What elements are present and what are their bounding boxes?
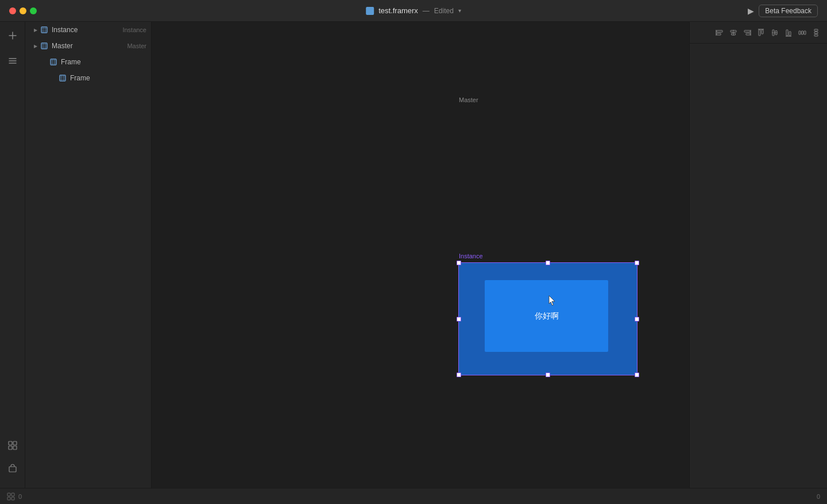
layer-name-frame1: Frame xyxy=(61,58,146,66)
maximize-button[interactable] xyxy=(30,7,37,14)
components-icon[interactable] xyxy=(5,437,21,453)
svg-rect-6 xyxy=(41,43,47,49)
svg-rect-18 xyxy=(759,30,760,36)
align-left-icon[interactable] xyxy=(713,26,726,39)
align-middle-v-icon[interactable] xyxy=(768,26,781,39)
handle-bl[interactable] xyxy=(457,373,461,377)
svg-rect-25 xyxy=(789,32,791,36)
play-icon: ▶ xyxy=(748,6,754,15)
file-title: test.framerx xyxy=(378,6,418,15)
layer-item-master[interactable]: ▶ Master Master xyxy=(25,38,151,54)
master-frame-label: Master xyxy=(459,96,478,103)
frame-icon-2 xyxy=(59,74,67,82)
main-layout: ▶ Instance Instance ▶ Master Master xyxy=(0,22,827,488)
canvas-area[interactable]: Master 你好啊 Instance xyxy=(152,22,689,488)
layer-item-frame2[interactable]: Frame xyxy=(34,70,151,86)
titlebar-left xyxy=(9,7,37,14)
svg-rect-4 xyxy=(9,467,16,472)
layer-item-instance[interactable]: ▶ Instance Instance xyxy=(25,22,151,38)
instance-frame-label: Instance xyxy=(459,253,483,259)
instance-inner-frame: 你好啊 xyxy=(485,280,608,352)
svg-rect-3 xyxy=(13,446,17,449)
arrow-icon-frame2 xyxy=(51,75,57,82)
statusbar: 0 0 xyxy=(0,488,827,504)
svg-rect-30 xyxy=(814,29,818,31)
handle-br[interactable] xyxy=(635,373,639,377)
statusbar-left: 0 xyxy=(7,493,22,501)
statusbar-right: 0 xyxy=(817,493,820,500)
icon-sidebar-bottom xyxy=(5,437,21,482)
svg-rect-34 xyxy=(11,493,14,496)
statusbar-zoom: 0 xyxy=(817,493,820,500)
layer-type-instance: Instance xyxy=(122,26,146,33)
align-right-icon[interactable] xyxy=(741,26,753,39)
handle-ml[interactable] xyxy=(457,317,461,321)
instance-frame[interactable]: 你好啊 xyxy=(459,263,637,375)
right-panel-toolbar xyxy=(690,22,827,44)
align-bottom-icon[interactable] xyxy=(782,26,795,39)
svg-rect-2 xyxy=(9,446,12,449)
file-icon xyxy=(366,7,374,15)
right-panel xyxy=(689,22,827,488)
svg-rect-28 xyxy=(804,31,806,34)
svg-rect-31 xyxy=(814,34,818,36)
handle-tm[interactable] xyxy=(546,261,550,265)
assets-icon[interactable] xyxy=(5,460,21,476)
beta-feedback-button[interactable]: Beta Feedback xyxy=(759,5,818,17)
frame-icon-master xyxy=(40,42,48,50)
svg-rect-5 xyxy=(41,27,47,33)
distribute-h-icon[interactable] xyxy=(796,26,809,39)
handle-tr[interactable] xyxy=(635,261,639,265)
svg-rect-27 xyxy=(799,31,801,34)
svg-rect-29 xyxy=(802,31,803,34)
svg-rect-16 xyxy=(746,33,750,35)
svg-rect-9 xyxy=(717,30,722,32)
layers-icon[interactable] xyxy=(5,53,21,69)
master-frame-container: Master 你好啊 xyxy=(459,107,637,219)
layer-name-frame2: Frame xyxy=(70,74,146,82)
svg-rect-36 xyxy=(11,497,14,500)
icon-sidebar xyxy=(0,22,25,488)
svg-rect-24 xyxy=(786,30,788,36)
statusbar-count: 0 xyxy=(18,493,22,500)
layer-name-master: Master xyxy=(52,42,127,50)
arrow-icon: ▶ xyxy=(32,26,39,33)
add-button[interactable] xyxy=(5,28,21,44)
svg-rect-32 xyxy=(814,32,818,33)
play-button[interactable]: ▶ xyxy=(748,6,754,15)
svg-rect-10 xyxy=(717,33,721,35)
svg-rect-35 xyxy=(7,497,10,500)
handle-mr[interactable] xyxy=(635,317,639,321)
instance-text: 你好啊 xyxy=(535,311,559,321)
align-top-icon[interactable] xyxy=(755,26,767,39)
arrow-icon-master: ▶ xyxy=(32,42,39,49)
svg-rect-8 xyxy=(60,75,65,81)
svg-rect-0 xyxy=(9,441,12,445)
handle-tl[interactable] xyxy=(457,261,461,265)
chevron-down-icon[interactable]: ▾ xyxy=(458,7,461,14)
layer-item-frame1[interactable]: Frame xyxy=(34,54,151,70)
svg-rect-19 xyxy=(762,30,763,34)
close-button[interactable] xyxy=(9,7,16,14)
svg-rect-1 xyxy=(13,441,17,445)
titlebar: test.framerx — Edited ▾ ▶ Beta Feedback xyxy=(0,0,827,22)
svg-rect-7 xyxy=(51,59,56,65)
minimize-button[interactable] xyxy=(20,7,26,14)
titlebar-right: ▶ Beta Feedback xyxy=(748,5,818,17)
distribute-v-icon[interactable] xyxy=(810,26,822,39)
edited-separator: — xyxy=(423,7,430,15)
layer-name-instance: Instance xyxy=(52,26,122,34)
handle-bm[interactable] xyxy=(546,373,550,377)
layers-panel: ▶ Instance Instance ▶ Master Master xyxy=(25,22,152,488)
arrow-icon-frame1 xyxy=(41,59,48,65)
instance-frame-container: Instance 你好啊 xyxy=(459,263,637,375)
frame-icon xyxy=(40,26,48,34)
grid-icon xyxy=(7,493,15,501)
edited-label: Edited xyxy=(434,7,454,15)
svg-rect-15 xyxy=(744,30,750,32)
align-center-h-icon[interactable] xyxy=(727,26,740,39)
traffic-lights xyxy=(9,7,37,14)
frame-icon-1 xyxy=(49,58,57,66)
svg-rect-33 xyxy=(7,493,10,496)
layer-type-master: Master xyxy=(127,42,146,49)
